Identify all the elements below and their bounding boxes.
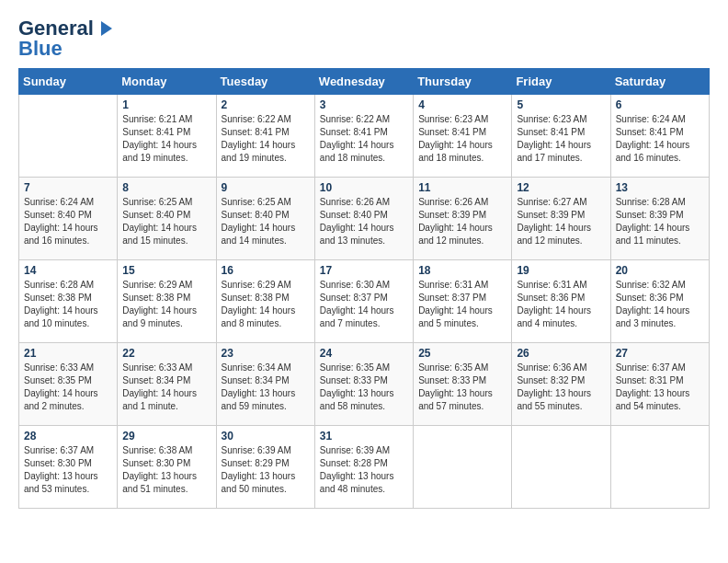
cell-info: Sunrise: 6:31 AMSunset: 8:37 PMDaylight:… — [418, 279, 506, 330]
day-number: 15 — [122, 264, 210, 277]
day-number: 21 — [24, 347, 112, 360]
calendar-cell — [414, 426, 512, 509]
day-number: 4 — [418, 98, 506, 111]
calendar-cell: 26Sunrise: 6:36 AMSunset: 8:32 PMDayligh… — [512, 343, 610, 426]
calendar-cell: 22Sunrise: 6:33 AMSunset: 8:34 PMDayligh… — [118, 343, 216, 426]
day-number: 6 — [616, 98, 704, 111]
day-number: 31 — [320, 430, 408, 442]
cell-info: Sunrise: 6:32 AMSunset: 8:36 PMDaylight:… — [616, 279, 704, 330]
day-number: 9 — [222, 181, 310, 194]
calendar-cell: 19Sunrise: 6:31 AMSunset: 8:36 PMDayligh… — [512, 260, 610, 343]
calendar-cell: 21Sunrise: 6:33 AMSunset: 8:35 PMDayligh… — [19, 343, 118, 426]
cell-info: Sunrise: 6:30 AMSunset: 8:37 PMDaylight:… — [320, 279, 408, 330]
calendar-cell: 28Sunrise: 6:37 AMSunset: 8:30 PMDayligh… — [19, 426, 118, 509]
cell-info: Sunrise: 6:37 AMSunset: 8:30 PMDaylight:… — [24, 444, 112, 496]
cell-info: Sunrise: 6:23 AMSunset: 8:41 PMDaylight:… — [517, 113, 605, 165]
cell-info: Sunrise: 6:39 AMSunset: 8:28 PMDaylight:… — [320, 444, 408, 496]
day-number: 13 — [616, 181, 704, 194]
day-number: 26 — [517, 347, 605, 360]
cell-info: Sunrise: 6:27 AMSunset: 8:39 PMDaylight:… — [517, 196, 605, 247]
calendar-cell — [19, 95, 118, 178]
day-number: 29 — [122, 430, 210, 442]
cell-info: Sunrise: 6:37 AMSunset: 8:31 PMDaylight:… — [616, 362, 704, 413]
cell-info: Sunrise: 6:33 AMSunset: 8:34 PMDaylight:… — [122, 362, 210, 413]
cell-info: Sunrise: 6:28 AMSunset: 8:39 PMDaylight:… — [616, 196, 704, 247]
day-number: 18 — [418, 264, 506, 277]
calendar-cell — [610, 426, 709, 509]
column-header-wednesday: Wednesday — [314, 69, 413, 95]
calendar-cell: 6Sunrise: 6:24 AMSunset: 8:41 PMDaylight… — [610, 95, 709, 178]
day-number: 12 — [517, 181, 605, 194]
calendar-cell: 20Sunrise: 6:32 AMSunset: 8:36 PMDayligh… — [610, 260, 709, 343]
day-number: 1 — [122, 98, 210, 111]
cell-info: Sunrise: 6:35 AMSunset: 8:33 PMDaylight:… — [418, 362, 506, 413]
day-number: 17 — [320, 264, 408, 277]
cell-info: Sunrise: 6:26 AMSunset: 8:39 PMDaylight:… — [418, 196, 506, 247]
cell-info: Sunrise: 6:29 AMSunset: 8:38 PMDaylight:… — [122, 279, 210, 330]
cell-info: Sunrise: 6:34 AMSunset: 8:34 PMDaylight:… — [222, 362, 310, 413]
cell-info: Sunrise: 6:33 AMSunset: 8:35 PMDaylight:… — [24, 362, 112, 413]
calendar-week-row: 1Sunrise: 6:21 AMSunset: 8:41 PMDaylight… — [19, 95, 710, 178]
logo-text-blue: Blue — [18, 39, 63, 59]
calendar-cell: 11Sunrise: 6:26 AMSunset: 8:39 PMDayligh… — [414, 178, 512, 260]
column-header-saturday: Saturday — [610, 69, 709, 95]
logo: General Blue — [18, 18, 112, 59]
calendar-cell: 12Sunrise: 6:27 AMSunset: 8:39 PMDayligh… — [512, 178, 610, 260]
logo-triangle-icon — [94, 19, 112, 38]
day-number: 16 — [222, 264, 310, 277]
calendar-cell: 13Sunrise: 6:28 AMSunset: 8:39 PMDayligh… — [610, 178, 709, 260]
calendar-cell: 3Sunrise: 6:22 AMSunset: 8:41 PMDaylight… — [314, 95, 413, 178]
day-number: 8 — [122, 181, 210, 194]
cell-info: Sunrise: 6:22 AMSunset: 8:41 PMDaylight:… — [222, 113, 310, 165]
calendar-cell: 7Sunrise: 6:24 AMSunset: 8:40 PMDaylight… — [19, 178, 118, 260]
calendar-cell: 31Sunrise: 6:39 AMSunset: 8:28 PMDayligh… — [314, 426, 413, 509]
cell-info: Sunrise: 6:35 AMSunset: 8:33 PMDaylight:… — [320, 362, 408, 413]
calendar-cell: 4Sunrise: 6:23 AMSunset: 8:41 PMDaylight… — [414, 95, 512, 178]
logo-text-general: General — [18, 18, 94, 39]
calendar-week-row: 14Sunrise: 6:28 AMSunset: 8:38 PMDayligh… — [19, 260, 710, 343]
day-number: 5 — [517, 98, 605, 111]
calendar-week-row: 7Sunrise: 6:24 AMSunset: 8:40 PMDaylight… — [19, 178, 710, 260]
cell-info: Sunrise: 6:24 AMSunset: 8:41 PMDaylight:… — [616, 113, 704, 165]
cell-info: Sunrise: 6:21 AMSunset: 8:41 PMDaylight:… — [122, 113, 210, 165]
day-number: 22 — [122, 347, 210, 360]
calendar-cell: 15Sunrise: 6:29 AMSunset: 8:38 PMDayligh… — [118, 260, 216, 343]
svg-marker-0 — [101, 21, 112, 36]
column-header-monday: Monday — [118, 69, 216, 95]
day-number: 14 — [24, 264, 112, 277]
calendar-table: SundayMondayTuesdayWednesdayThursdayFrid… — [18, 68, 710, 509]
day-number: 25 — [418, 347, 506, 360]
cell-info: Sunrise: 6:25 AMSunset: 8:40 PMDaylight:… — [122, 196, 210, 247]
calendar-cell: 5Sunrise: 6:23 AMSunset: 8:41 PMDaylight… — [512, 95, 610, 178]
cell-info: Sunrise: 6:26 AMSunset: 8:40 PMDaylight:… — [320, 196, 408, 247]
calendar-cell: 27Sunrise: 6:37 AMSunset: 8:31 PMDayligh… — [610, 343, 709, 426]
day-number: 27 — [616, 347, 704, 360]
cell-info: Sunrise: 6:28 AMSunset: 8:38 PMDaylight:… — [24, 279, 112, 330]
cell-info: Sunrise: 6:22 AMSunset: 8:41 PMDaylight:… — [320, 113, 408, 165]
calendar-cell: 1Sunrise: 6:21 AMSunset: 8:41 PMDaylight… — [118, 95, 216, 178]
calendar-cell: 16Sunrise: 6:29 AMSunset: 8:38 PMDayligh… — [216, 260, 314, 343]
page-header: General Blue — [18, 18, 710, 59]
column-header-sunday: Sunday — [19, 69, 118, 95]
calendar-cell: 2Sunrise: 6:22 AMSunset: 8:41 PMDaylight… — [216, 95, 314, 178]
day-number: 11 — [418, 181, 506, 194]
calendar-cell: 9Sunrise: 6:25 AMSunset: 8:40 PMDaylight… — [216, 178, 314, 260]
calendar-week-row: 28Sunrise: 6:37 AMSunset: 8:30 PMDayligh… — [19, 426, 710, 509]
column-header-friday: Friday — [512, 69, 610, 95]
calendar-cell: 30Sunrise: 6:39 AMSunset: 8:29 PMDayligh… — [216, 426, 314, 509]
day-number: 28 — [24, 430, 112, 442]
calendar-cell: 14Sunrise: 6:28 AMSunset: 8:38 PMDayligh… — [19, 260, 118, 343]
calendar-cell: 29Sunrise: 6:38 AMSunset: 8:30 PMDayligh… — [118, 426, 216, 509]
calendar-header-row: SundayMondayTuesdayWednesdayThursdayFrid… — [19, 69, 710, 95]
cell-info: Sunrise: 6:39 AMSunset: 8:29 PMDaylight:… — [222, 444, 310, 496]
cell-info: Sunrise: 6:36 AMSunset: 8:32 PMDaylight:… — [517, 362, 605, 413]
calendar-cell: 18Sunrise: 6:31 AMSunset: 8:37 PMDayligh… — [414, 260, 512, 343]
day-number: 10 — [320, 181, 408, 194]
day-number: 24 — [320, 347, 408, 360]
cell-info: Sunrise: 6:31 AMSunset: 8:36 PMDaylight:… — [517, 279, 605, 330]
cell-info: Sunrise: 6:29 AMSunset: 8:38 PMDaylight:… — [222, 279, 310, 330]
calendar-cell: 23Sunrise: 6:34 AMSunset: 8:34 PMDayligh… — [216, 343, 314, 426]
day-number: 3 — [320, 98, 408, 111]
calendar-cell: 8Sunrise: 6:25 AMSunset: 8:40 PMDaylight… — [118, 178, 216, 260]
calendar-cell: 17Sunrise: 6:30 AMSunset: 8:37 PMDayligh… — [314, 260, 413, 343]
